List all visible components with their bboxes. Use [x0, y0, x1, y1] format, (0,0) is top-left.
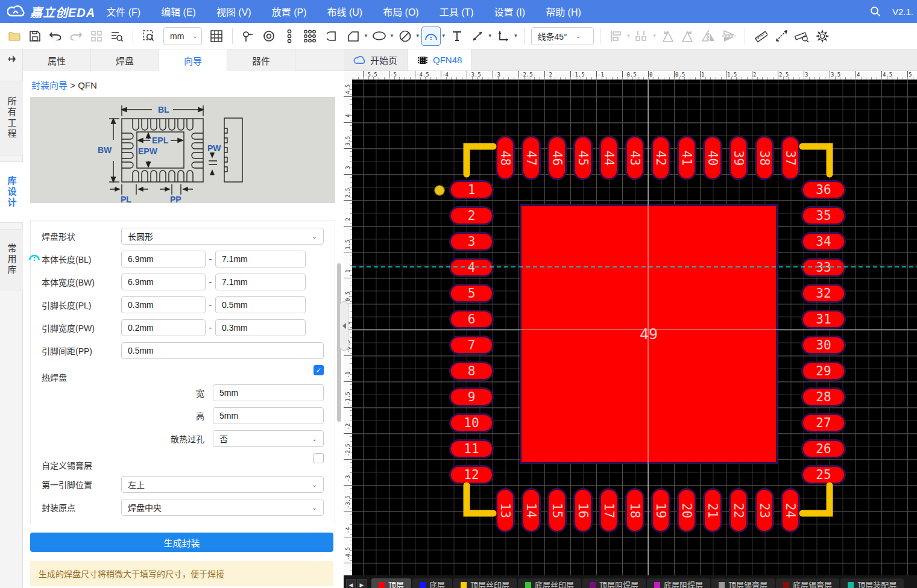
pad-32[interactable]: 32 [801, 284, 846, 303]
pad-5[interactable]: 5 [449, 284, 494, 303]
pad-42[interactable]: 42 [651, 136, 670, 180]
origin-select[interactable]: 焊盘中央 ⌄ [121, 499, 324, 516]
pad-26[interactable]: 26 [801, 439, 846, 458]
ruler-search-icon[interactable] [792, 27, 811, 46]
pad-13[interactable]: 13 [496, 488, 515, 533]
chevron-down-icon[interactable]: ▼ [488, 33, 493, 39]
stadium-pad-icon[interactable] [323, 27, 342, 46]
body-length-min-input[interactable]: 6.9mm [121, 251, 206, 267]
layer-tab-0[interactable]: 顶层 [371, 578, 411, 588]
menu-item-7[interactable]: 设置 (I) [494, 4, 526, 19]
arc-icon[interactable] [421, 27, 441, 46]
panel-collapse-handle[interactable] [339, 301, 348, 351]
pad-8[interactable]: 8 [449, 361, 494, 381]
polygon-icon[interactable] [344, 27, 363, 46]
pad-28[interactable]: 28 [801, 387, 846, 407]
generate-footprint-button[interactable]: 生成封装 [30, 533, 333, 552]
via-icon[interactable] [259, 27, 279, 46]
pad-9[interactable]: 9 [449, 387, 494, 407]
thermal-via-select[interactable]: 否 ⌄ [213, 430, 324, 447]
axes-icon[interactable] [494, 27, 513, 46]
thermal-width-input[interactable]: 5mm [213, 384, 324, 401]
menu-item-3[interactable]: 放置 (P) [272, 4, 307, 19]
measure-path-icon[interactable] [772, 27, 791, 46]
layer-tab-4[interactable]: 顶层阻焊层 [582, 578, 646, 588]
settings-gear-icon[interactable] [813, 27, 832, 46]
first-pin-select[interactable]: 左上 ⌄ [121, 476, 324, 493]
custom-paste-checkbox[interactable] [314, 453, 324, 463]
layer-scroll-right-icon[interactable]: ▶ [357, 579, 367, 588]
chevron-down-icon[interactable]: ▼ [441, 33, 446, 39]
menu-item-8[interactable]: 帮助 (H) [546, 4, 581, 19]
dimension-icon[interactable] [468, 27, 487, 46]
chevron-down-icon[interactable]: ▼ [415, 33, 420, 39]
search-list-icon[interactable] [107, 27, 127, 46]
menu-item-0[interactable]: 文件 (F) [106, 4, 140, 19]
search-icon[interactable] [869, 5, 881, 17]
menu-item-6[interactable]: 工具 (T) [440, 4, 474, 19]
pad-39[interactable]: 39 [729, 136, 748, 180]
pad-18[interactable]: 18 [625, 488, 644, 533]
pad-11[interactable]: 11 [449, 439, 494, 458]
pad-row-icon[interactable] [280, 27, 299, 46]
thermal-pad-checkbox[interactable]: ✓ [314, 365, 324, 375]
panel-tab-3[interactable]: 器件 [227, 49, 295, 71]
chevron-down-icon[interactable]: ▼ [514, 33, 518, 39]
open-folder-icon[interactable] [5, 27, 24, 46]
tab-home[interactable]: 开始页 [344, 49, 408, 70]
pad-36[interactable]: 36 [801, 180, 846, 199]
keepout-icon[interactable] [395, 27, 415, 46]
pcb-canvas[interactable]: 4847464544434241403938371314151617181920… [352, 80, 917, 588]
pad-27[interactable]: 27 [801, 413, 846, 433]
panel-tab-0[interactable]: 属性 [23, 49, 91, 71]
pad-3[interactable]: 3 [449, 232, 494, 251]
menu-item-2[interactable]: 视图 (V) [216, 4, 251, 19]
line-mode-select[interactable]: 线条45° ⌄ [531, 27, 594, 45]
body-length-max-input[interactable]: 7.1mm [215, 251, 306, 267]
layer-scroll-left-icon[interactable]: ◀ [346, 579, 356, 588]
pad-48[interactable]: 48 [496, 136, 515, 180]
pad-29[interactable]: 29 [801, 361, 846, 381]
chevron-down-icon[interactable]: ▼ [364, 33, 368, 39]
pad-15[interactable]: 15 [547, 488, 567, 533]
pin-length-min-input[interactable]: 0.3mm [121, 296, 206, 313]
pin-length-max-input[interactable]: 0.5mm [215, 296, 306, 313]
rail-item-2[interactable]: 常用库 [0, 229, 23, 290]
pad-34[interactable]: 34 [801, 232, 846, 251]
ellipse-icon[interactable] [370, 27, 389, 46]
layer-tab-1[interactable]: 底层 [412, 578, 452, 588]
menu-item-5[interactable]: 布局 (O) [383, 4, 419, 19]
chevron-down-icon[interactable]: ▼ [389, 33, 394, 39]
pad-17[interactable]: 17 [599, 488, 619, 533]
rail-item-1[interactable]: 库设计 [0, 161, 23, 223]
menu-item-1[interactable]: 编辑 (E) [161, 4, 196, 19]
pin-pitch-input[interactable]: 0.5mm [121, 342, 324, 359]
breadcrumb-link[interactable]: 封装向导 [31, 80, 68, 90]
pad-49[interactable]: 49 [520, 204, 778, 464]
pin-icon[interactable] [239, 27, 258, 46]
tab-qfn48[interactable]: QFN48 [408, 49, 472, 70]
menu-item-4[interactable]: 布线 (U) [327, 4, 362, 19]
pad-12[interactable]: 12 [449, 465, 494, 484]
layer-tab-3[interactable]: 底层丝印层 [518, 578, 581, 588]
thermal-height-input[interactable]: 5mm [213, 407, 324, 424]
pad-44[interactable]: 44 [599, 136, 619, 180]
pad-7[interactable]: 7 [449, 336, 494, 355]
pin-width-min-input[interactable]: 0.2mm [121, 319, 206, 336]
zoom-select-icon[interactable] [139, 27, 159, 46]
pad-41[interactable]: 41 [677, 136, 696, 180]
grid-settings-icon[interactable] [207, 27, 226, 46]
panel-pin-icon[interactable] [7, 54, 16, 64]
save-icon[interactable] [25, 27, 45, 46]
pin-width-max-input[interactable]: 0.3mm [215, 319, 306, 336]
pad-37[interactable]: 37 [781, 136, 800, 180]
pad-23[interactable]: 23 [755, 488, 774, 533]
pad-46[interactable]: 46 [547, 136, 567, 180]
pad-47[interactable]: 47 [522, 136, 541, 180]
pad-2[interactable]: 2 [449, 206, 494, 225]
rail-item-0[interactable]: 所有工程 [0, 81, 23, 155]
body-width-min-input[interactable]: 6.9mm [121, 274, 206, 290]
pad-40[interactable]: 40 [703, 136, 722, 180]
pad-16[interactable]: 16 [573, 488, 593, 533]
pad-22[interactable]: 22 [729, 488, 748, 533]
